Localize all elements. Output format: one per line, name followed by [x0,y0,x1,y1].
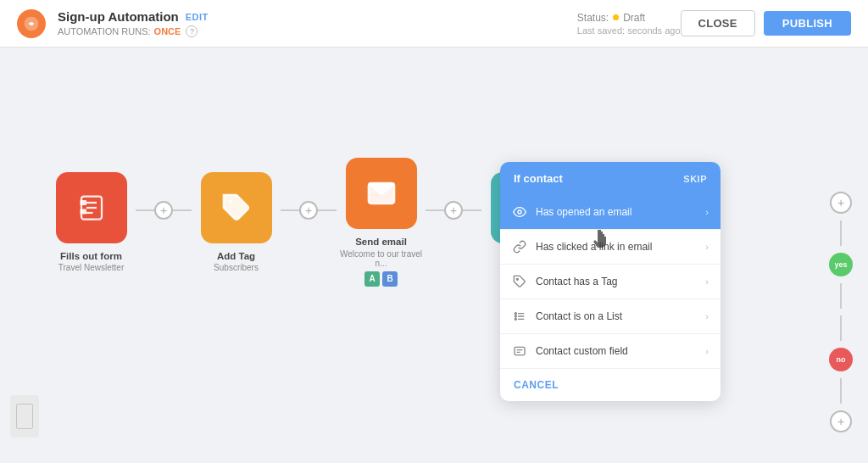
node-label: Add Tag [217,250,255,263]
automation-name: Sign-up Automation [58,9,179,24]
info-icon[interactable]: ? [186,25,198,37]
minimap [10,395,39,438]
connector-line [463,209,481,211]
node-sublabel: Welcome to our travel n... [337,249,426,268]
svg-rect-6 [80,209,86,214]
status-area: Status: Draft Last saved: seconds ago [577,12,681,36]
yes-branch-row: yes [829,253,853,276]
node-fills-out-form[interactable]: Fills out form Travel Newsletter [47,172,136,273]
header-buttons: CLOSE PUBLISH [681,10,851,36]
status-dot [613,14,619,20]
connector-1: + [136,201,192,243]
title-area: Sign-up Automation EDIT AUTOMATION RUNS:… [58,9,577,37]
ab-badge-a: A [364,271,380,287]
link-icon [512,239,527,254]
option-has-tag[interactable]: Contact has a Tag › [500,265,721,299]
connector-line [281,209,299,211]
app-logo [17,9,46,38]
status-value: Draft [623,12,645,24]
svg-point-10 [518,210,521,214]
if-panel-header: If contact SKIP [500,162,721,195]
node-add-tag[interactable]: Add Tag Subscribers [192,172,281,273]
ab-badges: A B [364,271,398,287]
svg-point-14 [515,315,516,317]
runs-value[interactable]: ONCE [154,26,181,36]
option-label: Contact is on a List [536,310,705,322]
edit-button[interactable]: EDIT [186,12,209,22]
option-custom-field[interactable]: Contact custom field › [500,334,721,369]
page-title: Sign-up Automation EDIT [58,9,577,24]
runs-label: AUTOMATION RUNS: [58,26,151,36]
branch-line [840,220,842,246]
status-row: Status: Draft [577,12,681,24]
chevron-right-icon: › [705,242,709,252]
chevron-right-icon: › [705,207,709,217]
add-branch-bottom[interactable]: + [830,410,852,432]
branch-line [840,378,842,404]
status-label: Status: [577,12,609,24]
option-opened-email[interactable]: Has opened an email › [500,195,721,230]
node-label: Fills out form [60,250,122,263]
connector-line [426,209,444,211]
branch-line [840,315,842,341]
no-badge: no [829,348,853,371]
node-card-orange2 [346,158,417,229]
option-label: Has clicked a link in email [536,241,705,253]
node-card-orange [201,172,272,243]
option-on-list[interactable]: Contact is on a List › [500,299,721,334]
svg-rect-18 [515,347,525,354]
node-card-red [56,172,127,243]
ab-badge-b: B [382,271,398,287]
svg-point-11 [516,278,518,280]
option-label: Contact custom field [536,345,705,357]
node-sublabel: Travel Newsletter [58,263,124,272]
branch-line [840,283,842,309]
cancel-button[interactable]: CANCEL [500,369,721,401]
last-saved: Last saved: seconds ago [577,25,681,36]
close-button[interactable]: CLOSE [681,10,755,36]
minimap-inner [16,404,33,429]
publish-button[interactable]: PUBLISH [764,11,851,36]
svg-point-12 [515,313,516,315]
option-clicked-link[interactable]: Has clicked a link in email › [500,230,721,265]
no-branch-row: no [829,348,853,371]
connector-line [136,209,154,211]
svg-point-16 [515,318,516,320]
option-label: Has opened an email [536,206,705,218]
if-panel-title: If contact [514,172,563,185]
runs-row: AUTOMATION RUNS: ONCE ? [58,25,577,37]
connector-line [318,209,337,211]
node-sublabel: Subscribers [214,263,259,272]
header: Sign-up Automation EDIT AUTOMATION RUNS:… [0,0,868,47]
add-step-button-3[interactable]: + [444,201,463,220]
yes-badge: yes [829,253,853,276]
option-label: Contact has a Tag [536,276,705,287]
node-label: Send email [355,236,407,248]
tag-icon [512,274,527,289]
connector-2: + [281,201,337,243]
eye-icon [512,204,527,220]
add-step-button-2[interactable]: + [299,201,318,220]
skip-button[interactable]: SKIP [683,174,707,184]
chevron-right-icon: › [705,311,709,321]
canvas: Fills out form Travel Newsletter + Add T… [0,47,868,463]
chevron-right-icon: › [705,346,709,356]
branch-area: + yes no + [829,192,853,432]
node-send-email[interactable]: Send email Welcome to our travel n... A … [337,158,426,287]
field-icon [512,343,527,359]
list-icon [512,309,527,324]
add-step-button-1[interactable]: + [154,201,173,220]
svg-rect-5 [80,200,86,205]
connector-line [173,209,192,211]
if-contact-panel: If contact SKIP Has opened an email › [500,162,721,401]
chevron-right-icon: › [705,276,709,287]
connector-3: + [426,201,481,243]
add-branch-top[interactable]: + [830,192,852,214]
